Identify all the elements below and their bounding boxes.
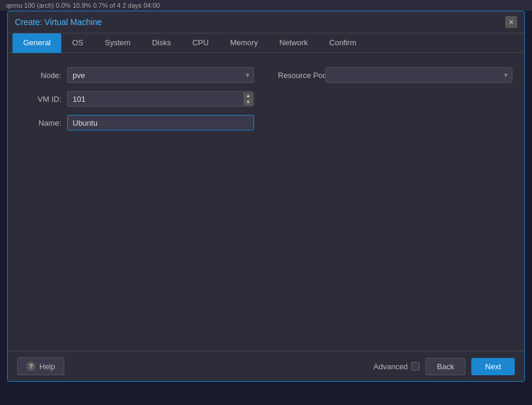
form-left: Node: pve VM ID: ▲ ▼	[20, 67, 254, 130]
tab-network[interactable]: Network	[269, 33, 319, 53]
background-row: qemu 100 (arch) 0.0% 10.9% 0.7% of 4 2 d…	[0, 0, 532, 11]
advanced-checkbox[interactable]	[411, 362, 420, 370]
modal-footer: ? Help Advanced Back Next	[8, 351, 524, 381]
node-row: Node: pve	[20, 67, 254, 83]
node-select-wrapper: pve	[67, 67, 254, 83]
resource-pool-row: Resource Pool:	[278, 67, 512, 83]
resource-pool-label: Resource Pool:	[278, 71, 320, 80]
help-button[interactable]: ? Help	[17, 357, 64, 375]
vmid-input[interactable]	[67, 91, 254, 107]
help-icon: ?	[26, 362, 36, 371]
vmid-label: VM ID:	[20, 95, 61, 104]
footer-right: Advanced Back Next	[374, 358, 515, 375]
form-section: Node: pve VM ID: ▲ ▼	[20, 67, 512, 130]
tab-os[interactable]: OS	[61, 33, 94, 53]
tab-bar: General OS System Disks CPU Memory Netwo…	[8, 33, 524, 53]
next-button[interactable]: Next	[471, 358, 515, 375]
vmid-increment[interactable]: ▲	[243, 92, 253, 99]
modal-titlebar: Create: Virtual Machine ×	[8, 11, 524, 33]
tab-system[interactable]: System	[94, 33, 141, 53]
create-vm-dialog: Create: Virtual Machine × General OS Sys…	[7, 11, 525, 382]
modal-body: Node: pve VM ID: ▲ ▼	[8, 53, 524, 351]
resource-pool-select[interactable]	[326, 67, 512, 83]
name-row: Name:	[20, 115, 254, 130]
advanced-label[interactable]: Advanced	[374, 362, 420, 371]
close-button[interactable]: ×	[505, 16, 517, 28]
tab-cpu[interactable]: CPU	[181, 33, 219, 53]
back-button[interactable]: Back	[425, 358, 465, 375]
vmid-spinner-wrapper: ▲ ▼	[67, 91, 254, 107]
vmid-decrement[interactable]: ▼	[243, 99, 253, 105]
footer-left: ? Help	[17, 357, 64, 375]
vmid-row: VM ID: ▲ ▼	[20, 91, 254, 107]
name-input[interactable]	[67, 115, 254, 130]
tab-confirm[interactable]: Confirm	[318, 33, 367, 53]
tab-general[interactable]: General	[12, 33, 61, 53]
node-select[interactable]: pve	[67, 67, 254, 83]
tab-disks[interactable]: Disks	[141, 33, 181, 53]
resource-pool-select-wrapper	[326, 67, 512, 83]
tab-memory[interactable]: Memory	[220, 33, 269, 53]
modal-title: Create: Virtual Machine	[15, 17, 102, 27]
vmid-spinner-arrows: ▲ ▼	[243, 92, 253, 105]
name-label: Name:	[20, 119, 61, 127]
form-right: Resource Pool:	[278, 67, 512, 130]
node-label: Node:	[20, 71, 61, 80]
